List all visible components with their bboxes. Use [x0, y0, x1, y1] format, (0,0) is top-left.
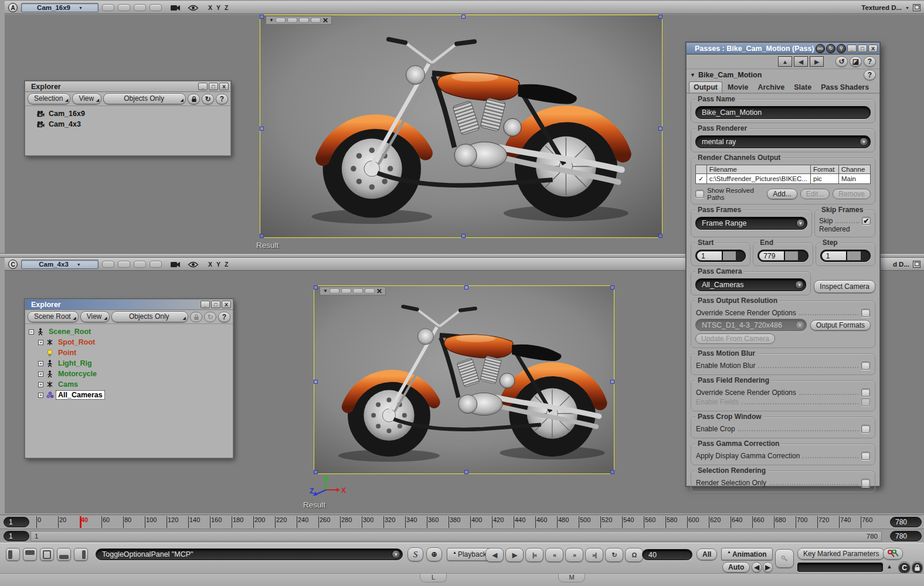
render-channels-table[interactable]: Filename Format Channe ✓ c:\Stuff\render…: [695, 165, 871, 184]
add-button[interactable]: Add...: [767, 189, 797, 199]
camera-icon[interactable]: [170, 4, 181, 12]
col-format[interactable]: Format: [811, 165, 839, 174]
chevron-down-icon[interactable]: ▼: [323, 288, 328, 294]
slider-handle[interactable]: [784, 251, 798, 260]
help-icon[interactable]: ?: [216, 94, 228, 104]
marked-parameter-bar[interactable]: [797, 563, 883, 572]
close-icon[interactable]: ✕: [376, 287, 382, 295]
enable-crop-checkbox[interactable]: [861, 425, 870, 433]
pass-renderer-dropdown[interactable]: mental ray ▼: [695, 135, 871, 148]
key-marked-parameters-button[interactable]: Key Marked Parameters: [797, 548, 885, 560]
explorer-scope-menu[interactable]: Scene Root◢: [28, 311, 79, 322]
timeline-tick[interactable]: 140: [188, 516, 189, 528]
close-icon[interactable]: ✕: [322, 16, 328, 25]
axis-z-label[interactable]: Z: [225, 4, 229, 11]
region-resize-handle[interactable]: [658, 15, 663, 19]
tree-item-label[interactable]: Cams: [56, 380, 80, 389]
render-region-a[interactable]: ▼ ✕: [260, 15, 663, 238]
layout-top-button[interactable]: [23, 548, 37, 561]
tab-output[interactable]: Output: [689, 81, 722, 93]
memo-cam-slot[interactable]: [134, 4, 146, 11]
skip-rendered-checkbox[interactable]: ✔: [862, 217, 871, 225]
explorer-bottom-titlebar[interactable]: Explorer _ □ X: [25, 299, 233, 310]
key-pair-icon[interactable]: [883, 548, 903, 560]
refresh-icon[interactable]: ↻: [202, 94, 214, 104]
timeline-range-row[interactable]: 1 1 780 780: [0, 529, 924, 543]
expand-icon[interactable]: +: [38, 361, 43, 366]
show-resolved-paths-checkbox[interactable]: [695, 190, 704, 198]
pass-frames-dropdown[interactable]: Frame Range ▼: [695, 217, 807, 230]
timeline-tick[interactable]: 740: [839, 516, 840, 528]
axis-x-label[interactable]: X: [208, 261, 213, 268]
timeline-tick[interactable]: 220: [275, 516, 276, 528]
render-option-slot[interactable]: [353, 288, 363, 294]
prev-key-icon[interactable]: ◀: [752, 562, 762, 573]
timeline-tick[interactable]: 560: [644, 516, 644, 528]
axis-y-label[interactable]: Y: [216, 4, 221, 11]
timeline-tick[interactable]: 420: [492, 516, 492, 528]
timeline-tick[interactable]: 720: [817, 516, 818, 528]
override-scene-render-options-checkbox[interactable]: [861, 309, 870, 317]
timeline-tick[interactable]: 80: [123, 516, 124, 528]
go-to-end-button[interactable]: »|: [585, 548, 603, 562]
region-resize-handle[interactable]: [610, 380, 614, 384]
timeline-tick[interactable]: 400: [470, 516, 471, 528]
current-frame-field[interactable]: 1: [4, 517, 29, 527]
collapse-icon[interactable]: −: [29, 329, 34, 335]
tree-item-label[interactable]: Motorcycle: [56, 370, 98, 378]
layout-bottom-button[interactable]: [57, 548, 71, 561]
passes-titlebar[interactable]: Passes : Bike_Cam_Motion (Pass) oo ↻ ⚲ _…: [687, 43, 879, 54]
render-option-slot[interactable]: [287, 18, 297, 23]
end-frame-field[interactable]: 780: [890, 517, 922, 527]
chevron-down-icon[interactable]: ▼: [860, 138, 868, 146]
timeline-tick[interactable]: 320: [383, 516, 384, 528]
display-mode-dropdown[interactable]: Textured D...: [861, 4, 902, 11]
table-row[interactable]: ✓ c:\Stuff\render_Pictures\BIKEC... pic …: [696, 174, 871, 184]
tab-archive[interactable]: Archive: [753, 82, 789, 93]
help-icon[interactable]: ?: [218, 312, 230, 322]
pass-name-field[interactable]: Bike_Cam_Motion: [695, 106, 871, 119]
axis-y-label[interactable]: Y: [216, 261, 221, 268]
memo-cam-slot[interactable]: [118, 261, 130, 268]
timeline-tick[interactable]: 200: [253, 516, 254, 528]
eye-icon[interactable]: [188, 5, 199, 11]
all-button[interactable]: All: [697, 548, 717, 560]
timeline-tick[interactable]: 640: [731, 516, 731, 528]
timeline-tick[interactable]: 600: [687, 516, 688, 528]
col-filename[interactable]: Filename: [706, 165, 810, 174]
render-option-slot[interactable]: [276, 18, 286, 23]
script-command-input[interactable]: ToggleOptionalPanel "MCP" ▼: [96, 548, 403, 560]
layout-left-button[interactable]: [6, 548, 20, 561]
timeline-tick[interactable]: 520: [600, 516, 601, 528]
tree-item-cams[interactable]: +Cams: [26, 379, 232, 390]
tree-item-spot_root[interactable]: +Spot_Root: [26, 337, 232, 347]
region-resize-handle[interactable]: [464, 470, 468, 474]
step-field[interactable]: 1: [820, 250, 871, 262]
memo-cam-slot[interactable]: [102, 261, 114, 268]
timeline-tick[interactable]: 120: [167, 516, 167, 528]
render-region-toolbar[interactable]: ▼ ✕: [266, 16, 332, 25]
explorer-view-menu[interactable]: View◢: [72, 93, 101, 104]
render-region-c[interactable]: ▼ ✕: [314, 285, 614, 474]
chevron-down-icon[interactable]: ▼: [795, 281, 804, 289]
tree-item-label[interactable]: Cam_4x3: [47, 120, 83, 128]
frame-step-forward-button[interactable]: ▶: [505, 548, 524, 562]
region-resize-handle[interactable]: [658, 234, 663, 238]
timeline-tick[interactable]: 660: [752, 516, 753, 528]
memo-cam-slot[interactable]: [150, 261, 162, 268]
expand-icon[interactable]: +: [38, 372, 43, 377]
timeline-tick[interactable]: 440: [514, 516, 514, 528]
remove-button[interactable]: Remove: [833, 189, 871, 199]
constraint-icon[interactable]: C: [898, 561, 911, 574]
viewport-c-letter[interactable]: C: [8, 260, 18, 269]
close-icon[interactable]: X: [222, 301, 231, 308]
frame-step-back-button[interactable]: ◀: [485, 548, 504, 562]
render-option-slot[interactable]: [341, 288, 351, 294]
viewport-a-letter[interactable]: A: [8, 3, 18, 12]
edit-button[interactable]: Edit...: [800, 189, 830, 199]
pass-camera-dropdown[interactable]: All_Cameras ▼: [695, 278, 806, 291]
current-frame-input[interactable]: 40: [642, 549, 692, 560]
timeline-tick[interactable]: 60: [101, 516, 102, 528]
timeline-tick[interactable]: 620: [709, 516, 709, 528]
audio-mute-button[interactable]: Ω: [625, 548, 643, 562]
